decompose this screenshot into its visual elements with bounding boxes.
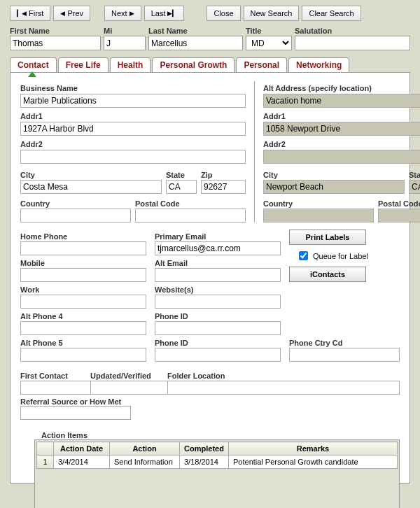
tab-personal-growth[interactable]: Personal Growth bbox=[152, 57, 234, 72]
alt4-field[interactable] bbox=[20, 321, 146, 335]
city-label: City bbox=[20, 171, 162, 179]
tab-free-life[interactable]: Free Life bbox=[58, 57, 108, 72]
table-row[interactable]: 1 3/4/2014 Send Information 3/18/2014 Po… bbox=[37, 456, 398, 469]
business-name-field[interactable] bbox=[20, 94, 246, 108]
last-button[interactable]: Last▶▎ bbox=[144, 6, 185, 21]
icontacts-button[interactable]: iContacts bbox=[289, 267, 366, 282]
row-remarks[interactable]: Potential Personal Growth candidate bbox=[229, 456, 398, 469]
salutation-label: Salutation bbox=[295, 27, 410, 35]
updated-label: Updated/Verified bbox=[90, 372, 160, 380]
alt-city-label: City bbox=[263, 171, 405, 179]
alt-postal-label: Postal Code bbox=[378, 199, 420, 208]
prev-button[interactable]: ◀Prev bbox=[53, 6, 90, 21]
tab-strip: Contact Free Life Health Personal Growth… bbox=[0, 57, 420, 72]
referral-field[interactable] bbox=[20, 406, 131, 420]
action-items-grid[interactable]: Action Date Action Completed Remarks 1 3… bbox=[34, 439, 400, 508]
contact-panel: Business Name Addr1 Addr2 City State Zip bbox=[10, 72, 410, 484]
alt-country-field[interactable] bbox=[263, 209, 374, 223]
action-items-label: Action Items bbox=[41, 431, 400, 439]
alt-state-field[interactable] bbox=[409, 180, 420, 194]
addr2-field[interactable] bbox=[20, 150, 246, 164]
mi-label: Mi bbox=[104, 27, 146, 35]
alt-state-label: State bbox=[409, 171, 420, 179]
zip-field[interactable] bbox=[201, 180, 246, 194]
row-number: 1 bbox=[37, 456, 54, 469]
grid-header-date: Action Date bbox=[54, 442, 110, 456]
salutation-field[interactable] bbox=[295, 36, 410, 50]
work-field[interactable] bbox=[20, 295, 146, 309]
title-label: Title bbox=[246, 27, 292, 35]
addr1-field[interactable] bbox=[20, 122, 246, 136]
mobile-label: Mobile bbox=[20, 259, 146, 267]
active-tab-indicator-icon bbox=[28, 71, 36, 77]
work-label: Work bbox=[20, 285, 146, 294]
mobile-field[interactable] bbox=[20, 268, 146, 282]
websites-field[interactable] bbox=[155, 295, 281, 309]
tab-contact[interactable]: Contact bbox=[10, 57, 57, 72]
new-search-button[interactable]: New Search bbox=[244, 6, 300, 21]
postal-field[interactable] bbox=[135, 209, 246, 223]
grid-header-row: Action Date Action Completed Remarks bbox=[37, 442, 398, 456]
clear-search-button[interactable]: Clear Search bbox=[302, 6, 360, 21]
alt-country-label: Country bbox=[263, 199, 374, 208]
city-field[interactable] bbox=[20, 180, 162, 194]
alt-city-field[interactable] bbox=[263, 180, 405, 194]
websites-label: Website(s) bbox=[155, 285, 281, 294]
first-name-label: First Name bbox=[10, 27, 101, 35]
first-contact-label: First Contact bbox=[20, 372, 83, 380]
alt-addr2-field[interactable] bbox=[263, 150, 420, 164]
phone-id2-label: Phone ID bbox=[155, 339, 281, 347]
prev-icon: ◀ bbox=[60, 10, 65, 17]
alt-address-field[interactable] bbox=[263, 94, 420, 108]
phone-ctry-field[interactable] bbox=[289, 348, 400, 362]
business-name-label: Business Name bbox=[20, 84, 246, 92]
phone-id-label: Phone ID bbox=[155, 312, 281, 320]
state-field[interactable] bbox=[166, 180, 197, 194]
country-field[interactable] bbox=[20, 209, 131, 223]
addr2-label: Addr2 bbox=[20, 140, 246, 148]
home-phone-label: Home Phone bbox=[20, 232, 146, 241]
title-select[interactable]: MD bbox=[246, 36, 292, 50]
phone-id1-field[interactable] bbox=[155, 321, 281, 335]
mi-field[interactable] bbox=[104, 36, 146, 50]
alt-address-label: Alt Address (specify location) bbox=[263, 84, 420, 92]
grid-header-completed: Completed bbox=[180, 442, 229, 456]
first-name-field[interactable] bbox=[10, 36, 101, 50]
alt-addr1-field[interactable] bbox=[263, 122, 420, 136]
alt-addr2-label: Addr2 bbox=[263, 140, 420, 148]
primary-email-field[interactable] bbox=[155, 241, 281, 255]
row-completed[interactable]: 3/18/2014 bbox=[180, 456, 229, 469]
alt-email-label: Alt Email bbox=[155, 259, 281, 267]
folder-field[interactable] bbox=[167, 381, 400, 395]
referral-label: Referral Source or How Met bbox=[20, 397, 400, 406]
alt5-field[interactable] bbox=[20, 348, 146, 362]
addr1-label: Addr1 bbox=[20, 112, 246, 120]
tab-networking[interactable]: Networking bbox=[288, 57, 349, 72]
zip-label: Zip bbox=[201, 171, 246, 179]
alt-postal-field[interactable] bbox=[378, 209, 420, 223]
last-name-field[interactable] bbox=[148, 36, 243, 50]
tab-health[interactable]: Health bbox=[110, 57, 151, 72]
queue-checkbox-label: Queue for Label bbox=[313, 252, 368, 260]
print-labels-button[interactable]: Print Labels bbox=[289, 230, 366, 245]
grid-header-blank bbox=[37, 442, 54, 456]
alt5-label: Alt Phone 5 bbox=[20, 339, 146, 347]
postal-label: Postal Code bbox=[135, 199, 246, 208]
row-date[interactable]: 3/4/2014 bbox=[54, 456, 110, 469]
name-row: First Name Mi Last Name Title MD Salutat… bbox=[0, 25, 420, 57]
queue-checkbox[interactable]: Queue for Label bbox=[289, 249, 368, 262]
country-label: Country bbox=[20, 199, 131, 208]
first-button[interactable]: ▎◀First bbox=[10, 6, 50, 21]
primary-email-label: Primary Email bbox=[155, 232, 281, 241]
row-action[interactable]: Send Information bbox=[110, 456, 180, 469]
queue-checkbox-input[interactable] bbox=[299, 251, 308, 260]
phone-id2-field[interactable] bbox=[155, 348, 281, 362]
close-button[interactable]: Close bbox=[206, 6, 240, 21]
alt-addr1-label: Addr1 bbox=[263, 112, 420, 120]
next-icon: ▶ bbox=[130, 10, 134, 17]
next-button[interactable]: Next▶ bbox=[104, 6, 141, 21]
last-icon: ▶▎ bbox=[167, 10, 177, 17]
alt-email-field[interactable] bbox=[155, 268, 281, 282]
tab-personal[interactable]: Personal bbox=[236, 57, 287, 72]
home-phone-field[interactable] bbox=[20, 241, 146, 255]
